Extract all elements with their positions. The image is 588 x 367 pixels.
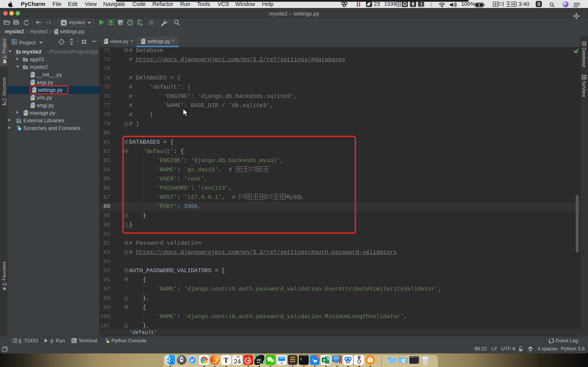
svg-text:23: 23 <box>317 355 319 358</box>
svg-text:mysite2: mysite2 <box>69 20 85 25</box>
svg-text:$_: $_ <box>300 358 304 361</box>
svg-text:dj: dj <box>62 21 65 25</box>
svg-text:T: T <box>224 356 228 364</box>
svg-text:PC: PC <box>257 359 261 362</box>
svg-text:X: X <box>323 358 326 363</box>
svg-text:24: 24 <box>234 358 241 365</box>
svg-text:s: s <box>417 361 419 364</box>
